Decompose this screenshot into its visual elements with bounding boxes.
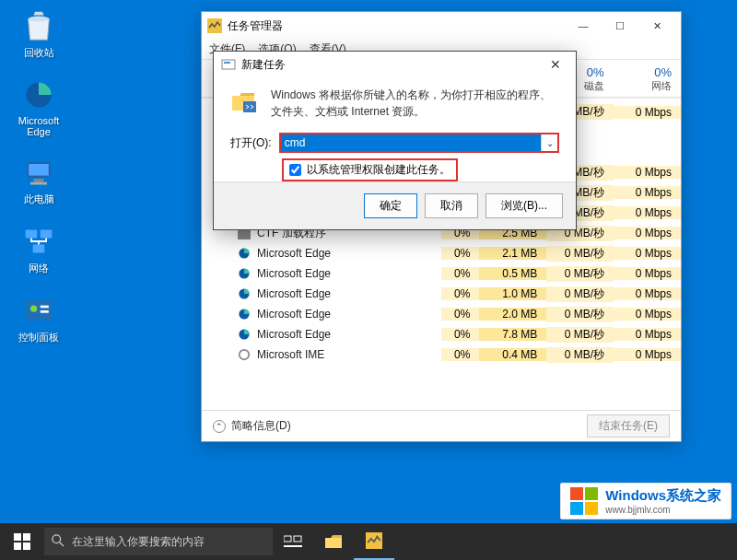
task-view-button[interactable] [273,523,313,560]
end-task-button[interactable]: 结束任务(E) [587,414,670,438]
table-row[interactable]: Microsoft Edge0%2.0 MB0 MB/秒0 Mbps [202,304,681,324]
window-buttons: — ☐ ✕ [565,13,675,39]
desktop-icon-network[interactable]: 网络 [7,223,70,275]
process-icon [237,327,252,342]
table-row[interactable]: Microsoft IME0%0.4 MB0 MB/秒0 Mbps [202,344,681,365]
browse-button[interactable]: 浏览(B)... [485,193,563,218]
admin-checkbox-row[interactable]: 以系统管理权限创建此任务。 [282,158,458,181]
admin-checkbox[interactable] [289,164,301,176]
cancel-button[interactable]: 取消 [425,193,478,218]
open-row: 打开(O): ⌄ [230,133,559,153]
table-row[interactable]: Microsoft Edge0%0.5 MB0 MB/秒0 Mbps [202,263,681,284]
search-box[interactable]: 在这里输入你要搜索的内容 [44,528,273,555]
desktop-icon-label: 网络 [29,262,49,275]
this-pc-icon [20,154,57,191]
process-icon [237,246,252,261]
svg-rect-23 [224,62,230,64]
dialog-description: Windows 将根据你所键入的名称，为你打开相应的程序、文件夹、文档或 Int… [230,87,559,120]
admin-label: 以系统管理权限创建此任务。 [307,162,450,178]
process-name: Microsoft Edge [257,247,331,260]
open-input[interactable] [281,134,541,151]
svg-rect-8 [33,245,45,253]
desktop-icon-label: 控制面板 [18,331,59,344]
taskmgr-footer: ⌃ 简略信息(D) 结束任务(E) [202,410,681,441]
svg-rect-26 [14,533,21,541]
svg-rect-35 [325,538,342,548]
desktop: 回收站 Microsoft Edge 此电脑 网络 控制面板 [0,0,737,560]
desktop-icon-label: Microsoft Edge [7,115,70,137]
search-placeholder: 在这里输入你要搜索的内容 [72,534,205,550]
process-name: Microsoft Edge [257,308,331,321]
table-row[interactable]: Microsoft Edge0%7.8 MB0 MB/秒0 Mbps [202,324,681,344]
chevron-up-icon: ⌃ [213,420,226,433]
svg-rect-6 [26,229,38,238]
svg-point-10 [30,306,37,312]
recycle-bin-icon [20,7,57,44]
table-row[interactable]: Microsoft Edge0%1.0 MB0 MB/秒0 Mbps [202,284,681,304]
process-icon [237,286,252,301]
svg-rect-32 [284,536,291,542]
start-button[interactable] [0,523,44,560]
open-combobox[interactable]: ⌄ [279,133,559,153]
svg-rect-29 [23,542,30,550]
process-name: Microsoft Edge [257,328,331,341]
fewer-details-button[interactable]: ⌃ 简略信息(D) [213,418,291,434]
process-name: Microsoft IME [257,348,324,361]
svg-point-21 [240,350,250,360]
desktop-icon-edge[interactable]: Microsoft Edge [7,76,70,137]
run-icon [221,57,236,72]
desktop-icon-label: 此电脑 [24,192,54,206]
dialog-buttons: 确定 取消 浏览(B)... [214,181,576,229]
windows-icon [14,533,30,550]
control-panel-icon [20,292,57,329]
desktop-icon-control-panel[interactable]: 控制面板 [7,292,70,344]
col-network[interactable]: 0% 网络 [614,60,681,97]
watermark: Windows系统之家 www.bjjmlv.com [560,483,731,519]
svg-rect-11 [41,306,49,309]
search-icon [52,534,64,550]
svg-rect-12 [41,310,49,313]
svg-rect-5 [30,182,47,185]
taskbar-apps [273,523,394,560]
open-label: 打开(O): [230,135,272,151]
close-button[interactable]: ✕ [543,57,568,72]
watermark-title: Windows系统之家 [605,487,721,503]
svg-rect-3 [29,164,49,176]
svg-rect-27 [23,533,30,541]
svg-point-30 [53,534,61,542]
dialog-title: 新建任务 [241,57,543,73]
process-icon [237,347,252,362]
table-row[interactable]: Microsoft Edge0%2.1 MB0 MB/秒0 Mbps [202,243,681,263]
titlebar[interactable]: 任务管理器 — ☐ ✕ [202,12,681,40]
svg-rect-7 [41,229,53,238]
windows-logo-icon [570,487,598,515]
process-icon [237,307,252,321]
svg-rect-22 [222,60,235,69]
folder-run-icon [230,87,260,116]
desktop-icon-recycle-bin[interactable]: 回收站 [7,7,70,60]
chevron-down-icon[interactable]: ⌄ [541,134,557,151]
new-task-dialog: 新建任务 ✕ Windows 将根据你所键入的名称，为你打开相应的程序、文件夹、… [213,51,577,230]
svg-line-31 [60,542,64,545]
dialog-titlebar[interactable]: 新建任务 ✕ [214,52,576,77]
desktop-icon-label: 回收站 [24,46,54,60]
process-icon [237,266,252,281]
taskmgr-icon [207,18,222,33]
taskbar: 在这里输入你要搜索的内容 [0,523,737,560]
process-name: Microsoft Edge [257,287,331,300]
desktop-icon-this-pc[interactable]: 此电脑 [7,154,70,206]
maximize-button[interactable]: ☐ [602,13,638,39]
explorer-button[interactable] [313,523,354,560]
taskmgr-button[interactable] [354,523,394,560]
svg-point-0 [29,17,50,22]
edge-icon [20,76,57,113]
network-icon [20,223,57,260]
dialog-body: Windows 将根据你所键入的名称，为你打开相应的程序、文件夹、文档或 Int… [214,77,576,181]
close-button[interactable]: ✕ [638,13,675,39]
ok-button[interactable]: 确定 [364,193,417,218]
svg-rect-33 [294,536,301,542]
watermark-url: www.bjjmlv.com [605,505,721,515]
process-name: Microsoft Edge [257,267,331,280]
desktop-icons: 回收站 Microsoft Edge 此电脑 网络 控制面板 [7,7,70,344]
minimize-button[interactable]: — [565,13,602,39]
